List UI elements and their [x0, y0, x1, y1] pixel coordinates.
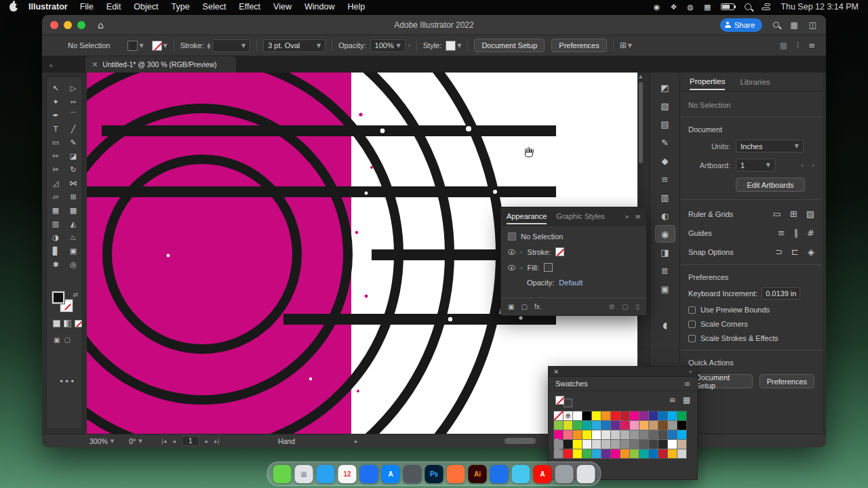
tool-zoom[interactable]: ◎	[64, 258, 82, 271]
dock-app-calendar[interactable]: 12	[338, 465, 357, 483]
delete-item-icon[interactable]: ▯	[635, 303, 639, 310]
swatch-registration[interactable]: ⊕	[564, 411, 572, 420]
swatch-d9d9d9[interactable]	[592, 440, 601, 449]
swatch-754c24[interactable]	[658, 421, 667, 430]
swatch-4d4d4d[interactable]	[658, 430, 667, 439]
tool-width[interactable]: ⋈	[64, 176, 82, 190]
battery-icon[interactable]	[721, 3, 734, 10]
appearance-menu-icon[interactable]: ≡	[635, 213, 641, 220]
fill-proxy-chip[interactable]	[52, 291, 64, 304]
snap-to-grid-icon[interactable]: ⊃	[775, 247, 783, 257]
swatch-c69c6d[interactable]	[649, 421, 658, 430]
menu-file[interactable]: File	[80, 2, 94, 12]
align-chevron-icon[interactable]: ▼	[628, 43, 632, 49]
swatch-c7b299[interactable]	[677, 440, 686, 449]
dock-app-photoshop[interactable]: Ps	[425, 465, 443, 483]
swatch-be1e2d[interactable]	[620, 411, 629, 420]
swatch-00a99d[interactable]	[639, 449, 648, 458]
quick-preferences-button[interactable]: Preferences	[760, 374, 814, 388]
menubar-clock[interactable]: Thu Sep 12 3:14 PM	[781, 2, 859, 12]
dock-app-messages[interactable]	[273, 465, 292, 483]
swatch-ed1c24[interactable]	[564, 449, 572, 458]
swatch-000000[interactable]	[583, 411, 591, 420]
swatch-999999[interactable]	[668, 421, 677, 430]
swatch-ed1c24[interactable]	[611, 411, 620, 420]
add-new-fill-icon[interactable]: ▢	[521, 303, 527, 310]
add-new-stroke-icon[interactable]: ▣	[508, 303, 514, 310]
swatch-fdb913[interactable]	[668, 449, 677, 458]
tool-mesh[interactable]: ▩	[64, 203, 82, 217]
tab-libraries[interactable]: Libraries	[740, 78, 770, 86]
swatch-404040[interactable]	[649, 440, 658, 449]
next-artboard-icon[interactable]: ›	[812, 161, 814, 169]
swatch-2e3192[interactable]	[649, 411, 658, 420]
menu-view[interactable]: View	[273, 2, 292, 12]
previous-artboard-nav-icon[interactable]: ◂	[172, 438, 176, 445]
swatch-27aae1[interactable]	[592, 421, 601, 430]
dock-app-image-capture[interactable]	[555, 465, 574, 483]
none-mode-icon[interactable]	[75, 320, 82, 327]
stroke-disclosure-icon[interactable]: ›	[520, 249, 523, 256]
keyboard-increment-value[interactable]: 0.0139 in	[762, 287, 800, 300]
tool-free-transform[interactable]: ▱	[47, 190, 64, 203]
swatch-d7df23[interactable]	[564, 421, 572, 430]
swatches-menu-icon[interactable]: ≡	[684, 380, 690, 388]
stroke-weight-stepper[interactable]: ▲▼	[208, 42, 211, 49]
tool-perspective-grid[interactable]: ▦	[47, 203, 64, 217]
menu-app-name[interactable]: Illustrator	[28, 2, 68, 12]
dock-app-app-store[interactable]: A	[382, 465, 400, 483]
libraries-panel-icon[interactable]: ▤	[656, 116, 675, 132]
tool-scale[interactable]: ◿	[47, 176, 64, 190]
tool-magic-wand[interactable]: ✦	[47, 95, 64, 108]
swatch-cccccc[interactable]	[611, 430, 620, 439]
tool-eyedropper[interactable]: ◭	[64, 217, 82, 230]
swatch-e6e6e6[interactable]	[601, 430, 610, 439]
swatch-da1c5c[interactable]	[620, 421, 629, 430]
tab-graphic-styles[interactable]: Graphic Styles	[556, 212, 605, 220]
dock-app-firefox[interactable]	[447, 465, 465, 483]
close-window-button[interactable]	[50, 21, 58, 29]
tool-rotate[interactable]: ↻	[64, 163, 82, 176]
color-panel-icon[interactable]: ◩	[656, 79, 675, 96]
document-tab[interactable]: ✕ Untitled-1* @ 300 % (RGB/Preview)	[85, 56, 236, 73]
swatch-262626[interactable]	[658, 440, 667, 449]
stage-manager-icon[interactable]: ▦	[704, 3, 711, 12]
stroke-weight-select[interactable]: ▼	[212, 39, 250, 52]
horizontal-scroll-thumb[interactable]	[505, 438, 536, 444]
tool-curvature[interactable]: ⌒	[64, 108, 82, 122]
show-guides-icon[interactable]: ≡	[778, 228, 785, 238]
previous-artboard-icon[interactable]: ‹	[801, 161, 804, 169]
swatch-ffffff[interactable]	[573, 411, 582, 420]
swatches-stroke-chip[interactable]	[564, 399, 572, 407]
menu-select[interactable]: Select	[203, 2, 226, 12]
color-mode-icon[interactable]	[53, 320, 60, 327]
duplicate-item-icon[interactable]: ▢	[622, 303, 628, 310]
draw-normal-icon[interactable]: ▣	[54, 336, 60, 344]
align-options-icon[interactable]: ⊞	[620, 41, 627, 50]
swatch-92278f[interactable]	[639, 411, 648, 420]
style-chevron-icon[interactable]: ▼	[457, 43, 461, 49]
tool-shape-builder[interactable]: ⊞	[64, 190, 82, 203]
swatch-00a651[interactable]	[677, 411, 686, 420]
swatch-fbaf5d[interactable]	[639, 421, 648, 430]
flow-options-icon[interactable]: ⫶	[797, 41, 799, 50]
stroke-color-chip[interactable]	[152, 41, 162, 51]
grid-options-icon[interactable]: ▦	[780, 41, 787, 50]
add-effect-label[interactable]: fx.	[534, 303, 542, 310]
dock-app-illustrator[interactable]: Ai	[469, 465, 487, 483]
show-grid-icon[interactable]: ⊞	[790, 209, 797, 219]
vertical-scroll-thumb[interactable]	[639, 82, 643, 163]
tool-line-segment[interactable]: ╱	[64, 122, 82, 136]
tool-type[interactable]: T	[47, 122, 64, 136]
swatch-none[interactable]	[554, 411, 563, 420]
artboard-number-box[interactable]: 1	[182, 436, 199, 446]
fill-chevron-icon[interactable]: ▼	[139, 43, 143, 49]
swatch-00aeef[interactable]	[677, 430, 686, 439]
stroke-chevron-icon[interactable]: ▼	[163, 43, 167, 49]
brushes-panel-icon[interactable]: ✎	[656, 134, 675, 150]
scroll-up-icon[interactable]: ▲	[639, 74, 642, 79]
swatch-bfbfbf[interactable]	[601, 440, 610, 449]
tool-blend[interactable]: ◑	[47, 230, 64, 244]
panel-menu-icon[interactable]: ≡	[808, 41, 815, 50]
symbols-panel-icon[interactable]: ◆	[656, 152, 675, 169]
